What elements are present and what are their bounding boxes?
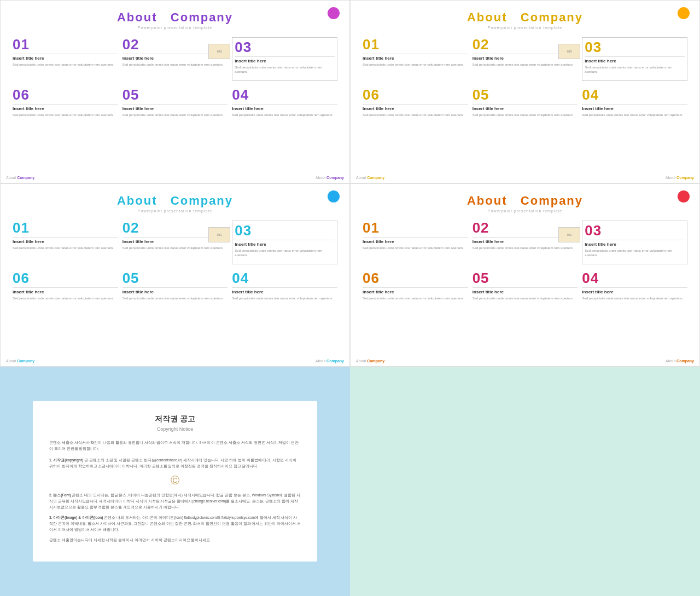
item-line-04-yellow [582,104,687,105]
item-num-05-purple: 05 [122,88,228,102]
copyright-section2: 2. 본스(Font) 곤텐소 내의 도서타는, 합글 본스, 배이버 나눔곤텐… [49,492,301,510]
item-line-05-purple [122,104,228,105]
item-num-04-yellow: 04 [582,88,687,102]
item-title-04-orange: Insert title here [582,290,687,294]
item-title-01-orange: Insert title here [363,239,468,244]
item-text-03-purple: Sed perspiciatis unde omnis iste natus e… [235,65,335,74]
slide-footer-purple: About Company About Company [1,176,349,180]
slide-purple: About Company Powerpoint presentation te… [0,0,350,183]
item-line-06-purple [13,104,118,105]
item-text-06-cyan: Sed perspiciatis unde omnis iste natus e… [13,296,118,300]
item-box-03-yellow: 03 Insert title here Sed perspiciatis un… [582,37,687,81]
row1-yellow: 01 Insert title here Sed perspiciatis un… [363,35,687,81]
item-num-01-purple: 01 [13,37,118,51]
footer-company-right-cyan: Company [326,359,344,363]
item-02-yellow: 02 Insert title here Sed perspiciatis un… [472,35,578,81]
item-line-01-purple [13,54,118,54]
item-01-cyan: 01 Insert title here Sed perspiciatis un… [13,218,118,264]
item-title-01-purple: Insert title here [13,56,118,61]
item-num-04-orange: 04 [582,271,687,285]
slide-title-orange: About Company [363,194,687,208]
item-line-01-yellow [363,54,468,54]
item-02-orange: 02 Insert title here Sed perspiciatis un… [472,218,578,264]
item-line-01-cyan [13,237,118,238]
item-num-05-orange: 05 [472,271,578,285]
item-01-orange: 01 Insert title here Sed perspiciatis un… [363,218,468,264]
item-line-06-orange [363,287,468,288]
footer-about-right-yellow: About Company [666,176,694,180]
slide-footer-yellow: About Company About Company [351,176,699,180]
item-num-06-cyan: 06 [13,271,118,285]
item-title-06-orange: Insert title here [363,290,468,294]
footer-about-orange: About Company [356,359,384,363]
item-title-05-purple: Insert title here [122,106,228,111]
item-num-01-cyan: 01 [13,221,118,235]
item-num-05-cyan: 05 [122,271,228,285]
item-title-06-cyan: Insert title here [13,290,118,294]
item-num-01-orange: 01 [363,221,468,235]
item-03-purple: 03 Insert title here Sed perspiciatis un… [232,35,337,81]
img-placeholder-02-cyan: IMG [208,227,230,242]
row1-orange: 01 Insert title here Sed perspiciatis un… [363,218,687,264]
item-title-03-purple: Insert title here [235,59,335,63]
item-text-02-yellow: Sed perspiciatis unde omnis iste natus e… [472,62,578,67]
item-text-05-purple: Sed perspiciatis unde omnis iste natus e… [122,113,228,117]
footer-about-cyan: About Company [6,359,34,363]
footer-company-cyan: Company [17,359,34,363]
item-title-04-purple: Insert title here [232,106,337,111]
item-text-05-yellow: Sed perspiciatis unde omnis iste natus e… [472,113,578,117]
copyright-section1: 1. 서작권(copyright) 곤 곤텐소의 소관 및 서말된 곤텐소 반디… [49,457,301,469]
footer-company-purple: Company [17,176,34,180]
item-num-04-cyan: 04 [232,271,337,285]
item-03-cyan: 03 Insert title here Sed perspiciatis un… [232,218,337,264]
item-text-04-purple: Sed perspiciatis unde omnis iste natus e… [232,113,337,117]
slide-title-purple: About Company [13,10,337,25]
copyright-box: 저작권 공고 Copyright Notice 곤텐소 세출소 서식서사 확인이… [33,401,317,562]
item-num-06-purple: 06 [13,88,118,102]
item-num-06-orange: 06 [363,271,468,285]
slide-footer-cyan: About Company About Company [1,359,349,363]
slide-title-yellow: About Company [363,10,687,25]
item-text-03-orange: Sed perspiciatis unde omnis iste natus e… [585,248,685,258]
item-text-02-orange: Sed perspiciatis unde omnis iste natus e… [472,246,578,250]
item-line-03-cyan [235,240,335,240]
item-text-04-yellow: Sed perspiciatis unde omnis iste natus e… [582,113,687,117]
item-line-05-orange [472,287,578,288]
item-line-03-orange [585,240,685,240]
bottom-right-panel [350,367,700,596]
item-line-06-yellow [363,104,468,105]
slide-dot-purple [328,7,340,19]
item-03-orange: 03 Insert title here Sed perspiciatis un… [582,218,687,264]
item-04-orange: 04 Insert title here Sed perspiciatis un… [582,269,687,300]
item-01-purple: 01 Insert title here Sed perspiciatis un… [13,35,118,81]
item-05-cyan: 05 Insert title here Sed perspiciatis un… [122,269,228,300]
row1-cyan: 01 Insert title here Sed perspiciatis un… [13,218,337,264]
item-06-orange: 06 Insert title here Sed perspiciatis un… [363,269,468,300]
item-05-yellow: 05 Insert title here Sed perspiciatis un… [472,85,578,117]
item-06-purple: 06 Insert title here Sed perspiciatis un… [13,85,118,117]
slide-dot-orange [678,190,690,202]
item-06-yellow: 06 Insert title here Sed perspiciatis un… [363,85,468,117]
item-title-06-yellow: Insert title here [363,106,468,111]
copyright-icon: © [49,473,301,488]
copyright-title: 저작권 공고 [49,414,301,424]
item-text-01-cyan: Sed perspiciatis unde omnis iste natus e… [13,246,118,250]
item-text-01-yellow: Sed perspiciatis unde omnis iste natus e… [363,62,468,67]
item-04-purple: 04 Insert title here Sed perspiciatis un… [232,85,337,117]
item-line-04-cyan [232,287,337,288]
item-line-04-orange [582,287,687,288]
footer-about-right-orange: About Company [666,359,694,363]
item-line-04-purple [232,104,337,105]
item-num-03-orange: 03 [585,223,685,238]
img-placeholder-02-yellow: IMG [558,44,580,59]
footer-company-right-orange: Company [676,359,694,363]
item-title-04-yellow: Insert title here [582,106,687,111]
item-title-04-cyan: Insert title here [232,290,337,294]
row2-purple: 06 Insert title here Sed perspiciatis un… [13,85,337,117]
copyright-subtitle: Copyright Notice [49,426,301,432]
item-text-05-orange: Sed perspiciatis unde omnis iste natus e… [472,296,578,300]
footer-company-orange: Company [367,359,384,363]
slide-yellow: About Company Powerpoint presentation te… [350,0,700,183]
copyright-footer: 곤텐소 세출면이습니다에 세세한 서적된 솔에이서 어려면서 서처하 곤텐소이시… [49,537,301,543]
item-text-03-cyan: Sed perspiciatis unde omnis iste natus e… [235,248,335,258]
